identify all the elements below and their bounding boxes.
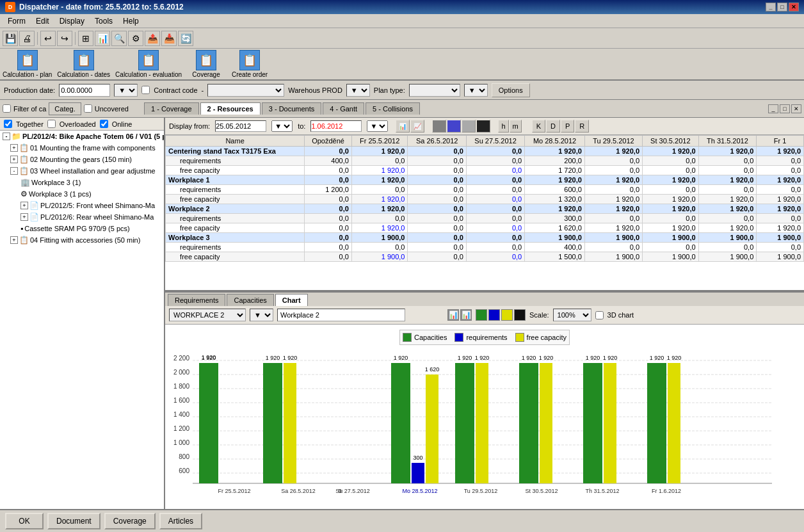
menu-help[interactable]: Help [118,15,144,27]
row-name: free capacity [166,195,305,204]
yellow-color-btn[interactable] [501,309,513,321]
categ-button[interactable]: Categ. [49,102,81,115]
document-button[interactable]: Document [47,513,100,529]
expand-icon-1[interactable]: + [10,144,18,152]
nav-calc-dates[interactable]: 📋 Calculation - dates [57,50,110,78]
view-quarter-btn[interactable] [476,120,490,133]
maximize-button[interactable]: □ [777,3,787,12]
scale-select[interactable]: 100% [553,309,591,321]
expand-icon-6[interactable]: + [20,202,28,209]
expand-icon-2[interactable]: + [10,156,18,163]
tree-item-2[interactable]: + 📋 02 Mounting the gears (150 min) [0,154,164,165]
menu-display[interactable]: Display [54,15,90,27]
view-month-btn[interactable] [462,120,476,133]
ok-button[interactable]: OK [5,513,44,529]
nav-calc-plan[interactable]: 📋 Calculation - plan [3,50,52,78]
svg-text:2 200: 2 200 [173,355,189,362]
nav-p-btn[interactable]: P [561,120,574,133]
tab-coverage[interactable]: 1 - Coverage [144,102,199,115]
expand-icon-9[interactable]: + [10,236,18,244]
minimize-button[interactable]: _ [766,3,776,12]
threed-checkbox[interactable] [595,311,604,319]
bar-chart-icon2[interactable]: 📊 [460,309,472,321]
green-color-btn[interactable] [476,309,487,321]
filter-checkbox[interactable] [3,104,11,113]
tree-item-8[interactable]: ▪ Cassette SRAM PG 970/9 (5 pcs) [0,223,164,234]
bottom-tab-capacities[interactable]: Capacities [227,294,273,306]
menu-edit[interactable]: Edit [31,15,54,27]
production-date-input[interactable] [59,84,110,97]
bar-chart-icon[interactable]: 📊 [447,309,459,321]
save-button[interactable]: 💾 [3,31,18,46]
nav-coverage[interactable]: 📋 Coverage [187,50,225,78]
together-checkbox[interactable] [4,120,12,128]
blue-color-btn[interactable] [488,309,500,321]
close-button[interactable]: ✕ [789,3,799,12]
view-day-btn[interactable] [432,120,446,133]
uncovered-checkbox[interactable] [84,104,92,113]
view-icon-btn2[interactable]: 📈 [410,120,424,133]
import-button[interactable]: 📥 [161,31,177,46]
settings-button[interactable]: ⚙ [128,31,143,46]
display-to-select[interactable]: ▼ [367,120,388,132]
panel-minimize-button[interactable]: _ [768,104,778,113]
filter-button[interactable]: 🔍 [111,31,127,46]
workplace-name-input[interactable] [277,309,405,321]
tree-item-1[interactable]: + 📋 01 Mounting the frame with component… [0,142,164,154]
view-icon-btn1[interactable]: 📊 [396,120,410,133]
articles-button[interactable]: Articles [159,513,202,529]
expand-icon-7[interactable]: + [20,213,28,221]
nav-create-order[interactable]: 📋 Create order [230,50,269,78]
tab-gantt[interactable]: 4 - Gantt [323,102,364,115]
menu-form[interactable]: Form [3,15,31,27]
coverage-button[interactable]: Coverage [104,513,156,529]
tab-collisions[interactable]: 5 - Collisions [366,102,420,115]
workplace-select2[interactable]: ▼ [250,309,273,321]
export-button[interactable]: 📤 [145,31,160,46]
workplace-select[interactable]: WORKPLACE 2 [169,309,246,321]
tab-documents[interactable]: 3 - Documents [262,102,322,115]
expand-icon-3[interactable]: - [10,167,18,175]
contract-code-checkbox[interactable] [141,86,150,94]
warehouse-select[interactable]: ▼ [346,84,370,97]
nav-d-btn[interactable]: D [546,120,560,133]
grid-button[interactable]: ⊞ [78,31,93,46]
view-week-btn[interactable] [447,120,461,133]
overloaded-checkbox[interactable] [47,120,56,128]
tab-resources[interactable]: 2 - Resources [200,102,261,115]
svg-text:600: 600 [179,467,189,474]
bottom-tab-chart[interactable]: Chart [275,294,308,306]
chart-button[interactable]: 📊 [95,31,110,46]
undo-button[interactable]: ↩ [40,31,56,46]
nav-r-btn[interactable]: R [575,120,589,133]
contract-code-select[interactable] [207,84,284,97]
black-color-btn[interactable] [514,309,526,321]
display-from-select[interactable]: ▼ [271,120,293,132]
display-from-input[interactable] [215,120,266,132]
display-to-input[interactable] [310,120,362,132]
plan-type-select[interactable] [409,84,460,97]
tree-item-3[interactable]: - 📋 03 Wheel installation and gear adjus… [0,165,164,177]
options-button[interactable]: Options [492,83,530,97]
tree-item-5[interactable]: ⚙ Workplace 3 (1 pcs) [0,188,164,200]
view-h-btn[interactable]: h [498,120,508,133]
panel-maximize-button[interactable]: □ [780,104,790,113]
plan-type-select2[interactable]: ▼ [464,84,488,97]
expand-icon-root[interactable]: - [3,133,10,140]
menu-tools[interactable]: Tools [90,15,118,27]
tree-item-9[interactable]: + 📋 04 Fitting with accessories (50 min) [0,234,164,246]
tree-item-7[interactable]: + 📄 PL/2012/6: Rear wheel Shimano-Ma [0,211,164,223]
bottom-tab-requirements[interactable]: Requirements [168,294,225,306]
tree-item-6[interactable]: + 📄 PL/2012/5: Front wheel Shimano-Ma [0,200,164,211]
tree-item-4[interactable]: 🏢 Workplace 3 (1) [0,177,164,188]
panel-close-button[interactable]: ✕ [791,104,801,113]
tree-item-root[interactable]: - 📁 PL/2012/4: Bike Apache Totem 06 / V0… [0,131,164,142]
refresh-button[interactable]: 🔄 [178,31,193,46]
view-m-btn[interactable]: m [510,120,522,133]
nav-k-btn[interactable]: K [532,120,545,133]
production-date-select[interactable]: ▼ [114,84,138,97]
online-checkbox[interactable] [100,120,108,128]
print-button[interactable]: 🖨 [19,31,35,46]
nav-calc-eval[interactable]: 📋 Calculation - evaluation [115,50,182,78]
redo-button[interactable]: ↪ [57,31,72,46]
